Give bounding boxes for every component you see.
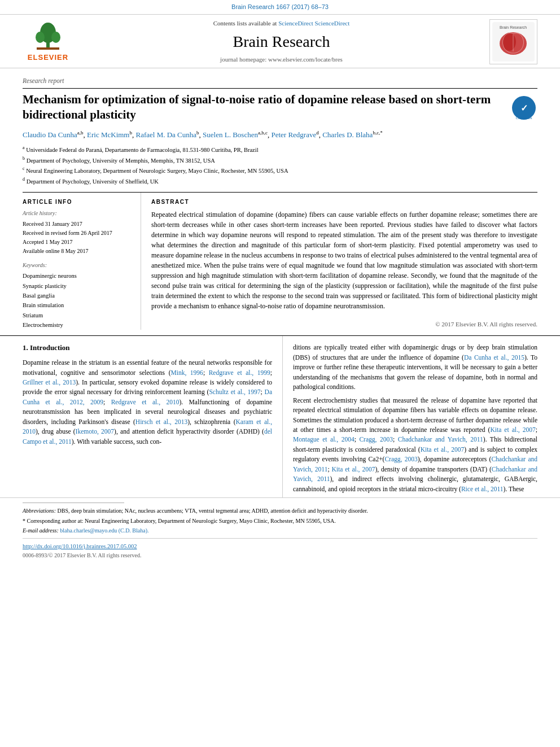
footnote-section: Abbreviations: DBS, deep brain stimulati… <box>0 497 560 538</box>
author-1[interactable]: Claudio Da Cunha <box>23 130 77 139</box>
elsevier-label: ELSEVIER <box>28 53 68 63</box>
journal-title: Brain Research <box>73 30 489 54</box>
elsevier-logo: ELSEVIER <box>23 20 73 63</box>
body-left-col: 1. Introduction Dopamine release in the … <box>23 336 282 497</box>
body-right-col: ditions are typically treated either wit… <box>282 336 537 497</box>
ref-redgrave2010[interactable]: Redgrave et al., 2010 <box>111 399 180 405</box>
ref-rice[interactable]: Rice et al., 2011 <box>461 486 504 492</box>
authors-line: Claudio Da Cunhaa,b, Eric McKimmb, Rafae… <box>23 129 537 141</box>
ref-schultz[interactable]: Schultz et al., 1997 <box>209 388 260 395</box>
svg-text:CrossMark: CrossMark <box>515 116 532 120</box>
corresponding-text: Neural Engineering Laboratory, Departmen… <box>85 518 336 524</box>
keyword-3: Basal ganglia <box>23 291 130 300</box>
svg-rect-4 <box>37 47 59 50</box>
doi-line: http://dx.doi.org/10.1016/j.brainres.201… <box>0 539 560 552</box>
affil-b: b Department of Psychology, University o… <box>23 155 537 165</box>
svg-point-3 <box>51 32 60 43</box>
ref-montague[interactable]: Montague et al., 2004 <box>293 436 355 443</box>
affil-d: d Department of Psychology, University o… <box>23 176 537 186</box>
issn-line: 0006-8993/© 2017 Elsevier B.V. All right… <box>0 552 560 565</box>
section-type-label: Research report <box>23 76 537 89</box>
abbrev-text: DBS, deep brain stimulation; NAc, nucleu… <box>58 508 368 514</box>
ref-cragg2003[interactable]: Cragg, 2003 <box>384 456 417 462</box>
intro-paragraph-1: Dopamine release in the striatum is an e… <box>23 358 272 447</box>
keywords-label: Keywords: <box>23 261 130 270</box>
ref-dacunha2015[interactable]: Da Cunha et al., 2015 <box>464 354 524 361</box>
author-2[interactable]: Eric McKimm <box>87 130 129 139</box>
sciencedirect-link[interactable]: ScienceDirect <box>278 20 313 27</box>
keyword-4: Brain stimulation <box>23 300 130 310</box>
abstract-heading: ABSTRACT <box>151 198 537 207</box>
received-date: Received 31 January 2017 Received in rev… <box>23 220 130 256</box>
copyright-line: © 2017 Elsevier B.V. All rights reserved… <box>151 317 537 329</box>
ref-delcampo[interactable]: del Campo et al., 2011 <box>23 428 272 444</box>
article-info-heading: ARTICLE INFO <box>23 198 130 207</box>
elsevier-tree-icon <box>31 20 65 51</box>
ref-hirsch[interactable]: Hirsch et al., 2013 <box>135 418 187 425</box>
top-bar: Brain Research 1667 (2017) 68–73 <box>0 0 560 14</box>
info-abstract-section: ARTICLE INFO Article history: Received 3… <box>23 192 537 330</box>
ref-kita2007c[interactable]: Kita et al., 2007 <box>332 466 375 473</box>
contents-available: Contents lists available at ScienceDirec… <box>73 19 489 28</box>
ref-kita2007[interactable]: Kita et al., 2007 <box>490 426 535 433</box>
keyword-6: Electrochemistry <box>23 320 130 330</box>
ref-grillner[interactable]: Grillner et al., 2013 <box>23 379 76 386</box>
article-info-col: ARTICLE INFO Article history: Received 3… <box>23 193 141 330</box>
ref-chadchankar2011[interactable]: Chadchankar and Yavich, 2011 <box>398 436 483 443</box>
corresponding-line: * Corresponding author at: Neural Engine… <box>23 517 537 525</box>
author-3[interactable]: Rafael M. Da Cunha <box>135 130 196 139</box>
issn-text: 0006-8993/© 2017 Elsevier B.V. All right… <box>23 552 141 558</box>
journal-info: Contents lists available at ScienceDirec… <box>73 19 489 64</box>
ref-cragg[interactable]: Cragg, 2003 <box>359 436 393 443</box>
abbreviations-line: Abbreviations: DBS, deep brain stimulati… <box>23 506 537 515</box>
doi-link[interactable]: http://dx.doi.org/10.1016/j.brainres.201… <box>23 543 137 549</box>
affil-a: a Universidade Federal do Paraná, Depart… <box>23 145 537 155</box>
keyword-1: Dopaminergic neurons <box>23 271 130 281</box>
keywords-list: Dopaminergic neurons Synaptic plasticity… <box>23 271 130 330</box>
body-section: 1. Introduction Dopamine release in the … <box>0 335 560 497</box>
svg-point-8 <box>502 33 516 51</box>
intro-paragraph-right-1: ditions are typically treated either wit… <box>293 343 537 494</box>
corresponding-label: * Corresponding author at: <box>23 518 83 524</box>
paper-title: Mechanism for optimization of signal-to-… <box>23 92 510 123</box>
journal-header: ELSEVIER Contents lists available at Sci… <box>0 14 560 68</box>
author-4[interactable]: Suelen L. Boschen <box>203 130 258 139</box>
keyword-2: Synaptic plasticity <box>23 281 130 291</box>
ref-kita2007b[interactable]: Kita et al., 2007 <box>421 446 465 453</box>
ref-redgrave1999[interactable]: Redgrave et al., 1999 <box>209 369 270 376</box>
brain-research-logo: Brain Research <box>489 19 537 64</box>
svg-point-2 <box>36 32 45 43</box>
abstract-text: Repeated electrical stimulation of dopam… <box>151 209 537 311</box>
email-line: E-mail address: blaha.charles@mayo.edu (… <box>23 526 537 535</box>
svg-text:Brain Research: Brain Research <box>500 25 527 29</box>
article-history: Article history: Received 31 January 201… <box>23 209 130 256</box>
abbrev-label: Abbreviations: <box>23 508 56 514</box>
affil-c: c Neural Engineering Laboratory, Departm… <box>23 165 537 176</box>
ref-chadchankar2011c[interactable]: Chadchankar and Yavich, 2011 <box>293 466 537 482</box>
email-link[interactable]: blaha.charles@mayo.edu (C.D. Blaha). <box>60 527 148 534</box>
ref-ikemoto[interactable]: Ikemoto, 2007 <box>76 428 114 435</box>
homepage-line: journal homepage: www.elsevier.com/locat… <box>73 55 489 64</box>
intro-heading: 1. Introduction <box>23 343 272 353</box>
brain-logo-icon: Brain Research <box>492 22 535 62</box>
history-label: Article history: <box>23 209 130 218</box>
author-5[interactable]: Peter Redgrave <box>271 130 316 139</box>
main-content: Research report Mechanism for optimizati… <box>0 76 560 330</box>
keyword-5: Striatum <box>23 311 130 320</box>
svg-text:✓: ✓ <box>520 103 528 113</box>
paper-title-row: Mechanism for optimization of signal-to-… <box>23 92 537 123</box>
author-6[interactable]: Charles D. Blaha <box>322 130 373 139</box>
email-label: E-mail address: <box>23 527 59 534</box>
affiliations: a Universidade Federal do Paraná, Depart… <box>23 145 537 186</box>
crossmark-icon: ✓ CrossMark <box>511 95 536 120</box>
journal-ref: Brain Research 1667 (2017) 68–73 <box>231 3 329 10</box>
abstract-col: ABSTRACT Repeated electrical stimulation… <box>141 193 537 330</box>
ref-mink[interactable]: Mink, 1996 <box>171 369 203 376</box>
crossmark-badge[interactable]: ✓ CrossMark <box>510 94 537 121</box>
